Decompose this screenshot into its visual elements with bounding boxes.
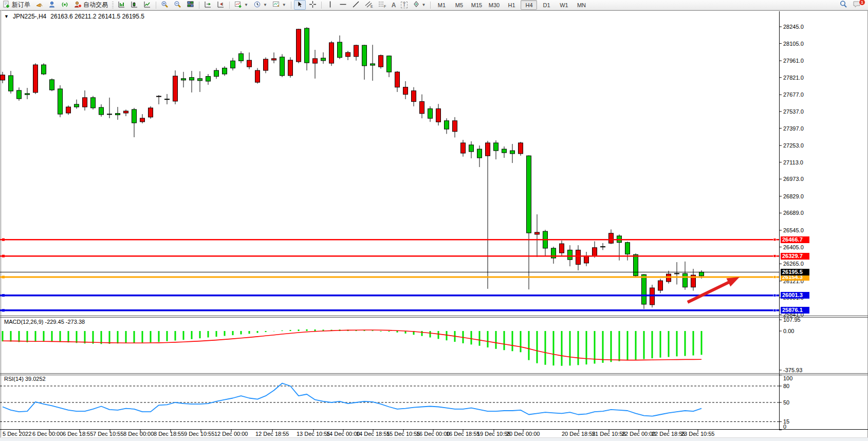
time-axis-label[interactable]: 12 Dec 18:55 — [255, 431, 289, 437]
autotrading-button[interactable]: 自动交易 — [72, 0, 110, 10]
time-axis-label[interactable]: 6 Dec 00:00 — [32, 431, 63, 437]
price-tick-label: 27821.0 — [783, 75, 804, 81]
candlestick-chart-button[interactable] — [128, 0, 140, 10]
chart-plot[interactable]: 28245.028105.027961.027821.027677.027537… — [0, 0, 868, 441]
line-handle[interactable] — [773, 255, 776, 258]
text-tool-button[interactable]: A — [390, 0, 398, 10]
price-tick-label: 27113.0 — [783, 159, 803, 166]
market-watch-button[interactable] — [46, 0, 58, 10]
signals-button[interactable] — [59, 0, 71, 10]
zoom-out-button[interactable] — [172, 0, 183, 10]
zoom-out-icon — [174, 1, 181, 10]
line-handle[interactable] — [2, 276, 5, 279]
time-axis-label[interactable]: 22 Dec 18:55 — [652, 431, 685, 437]
chart-shift-button[interactable] — [202, 0, 214, 10]
bar-chart-button[interactable] — [116, 0, 127, 10]
time-axis-label[interactable]: 12 Dec 00:00 — [214, 431, 248, 437]
timeframe-button-h4[interactable]: H4 — [521, 0, 537, 10]
price-tick-label: 27397.0 — [783, 125, 804, 132]
dropdown-caret-icon: ▼ — [422, 3, 426, 7]
rsi-tick-label: 80 — [783, 383, 789, 389]
line-handle[interactable] — [773, 294, 776, 297]
collapse-icon[interactable]: ▼ — [4, 14, 9, 19]
notification-badge: 1 — [859, 0, 865, 6]
time-axis-label[interactable]: 23 Dec 10:55 — [681, 431, 714, 437]
auto-scroll-button[interactable] — [215, 0, 227, 10]
horn-icon — [35, 1, 43, 10]
price-tag: 26329.7 — [781, 253, 809, 260]
time-axis-label[interactable]: 16 Dec 00:00 — [416, 431, 450, 437]
time-axis-label[interactable]: 15 Dec 10:55 — [386, 431, 420, 437]
symbol-header: ▼ JPN225-,H4 26163.6 26211.2 26141.5 261… — [4, 13, 144, 20]
dropdown-caret-icon: ▼ — [263, 3, 267, 7]
trendline-icon — [352, 1, 360, 10]
timeframe-button-m30[interactable]: M30 — [486, 0, 502, 10]
time-axis-label[interactable]: 16 Dec 18:55 — [446, 431, 479, 437]
line-handle[interactable] — [773, 238, 776, 241]
vertical-line-tool-button[interactable] — [324, 0, 336, 10]
line-handle[interactable] — [773, 309, 776, 311]
cursor-icon — [296, 1, 304, 10]
time-axis-label[interactable]: 20 Dec 18:55 — [562, 431, 595, 437]
equidistant-channel-tool-button[interactable]: E — [363, 0, 375, 10]
equidistant-channel-icon: E — [365, 1, 373, 10]
templates-button[interactable]: ▼ — [270, 0, 288, 10]
periods-button[interactable]: ▼ — [251, 0, 269, 10]
time-axis-label[interactable]: 21 Dec 10:55 — [592, 431, 625, 437]
person-icon — [48, 1, 56, 10]
new-order-button[interactable]: 新订单 — [1, 0, 32, 10]
time-axis-label[interactable]: 14 Dec 00:00 — [326, 431, 360, 437]
trendline-tool-button[interactable] — [350, 0, 362, 10]
timeframe-button-h1[interactable]: H1 — [503, 0, 520, 10]
community-button[interactable]: 1 — [851, 0, 863, 10]
toolbar-grip[interactable] — [112, 2, 114, 8]
timeframe-button-m5[interactable]: M5 — [451, 0, 467, 10]
time-axis-label[interactable]: 6 Dec 18:55 — [63, 431, 93, 437]
timeframe-button-m15[interactable]: M15 — [468, 0, 485, 10]
line-handle[interactable] — [2, 238, 5, 241]
auto-scroll-icon — [217, 1, 225, 10]
ohlc-values: 26163.6 26211.2 26141.5 26195.5 — [50, 13, 144, 20]
timeframe-button-m1[interactable]: M1 — [433, 0, 450, 10]
add-indicator-button[interactable]: ▼ — [232, 0, 250, 10]
line-handle[interactable] — [2, 309, 5, 311]
text-label-tool-button[interactable]: T — [399, 0, 409, 10]
time-axis-label[interactable]: 13 Dec 10:55 — [297, 431, 330, 437]
time-axis-label[interactable]: 8 Dec 00:00 — [123, 431, 154, 437]
line-handle[interactable] — [2, 255, 5, 258]
time-axis-label[interactable]: 9 Dec 10:55 — [184, 431, 214, 437]
time-axis-label[interactable]: 22 Dec 00:00 — [622, 431, 655, 437]
text-a-icon: A — [392, 2, 396, 9]
new-order-icon — [3, 1, 10, 10]
line-chart-button[interactable] — [141, 0, 153, 10]
price-tick-label: 27961.0 — [783, 58, 804, 64]
crosshair-tool-button[interactable] — [307, 0, 319, 10]
cursor-tool-button[interactable] — [294, 0, 306, 10]
arrows-tool-button[interactable]: ▼ — [411, 0, 428, 10]
macd-indicator-label: MACD(12,26,9) -229.45 -273.38 — [4, 319, 85, 325]
horizontal-line-icon — [339, 1, 347, 10]
line-chart-icon — [143, 1, 151, 10]
time-axis-label[interactable]: 19 Dec 10:55 — [477, 431, 510, 437]
line-handle[interactable] — [2, 294, 5, 297]
tile-windows-button[interactable] — [184, 0, 196, 10]
time-axis-label[interactable]: 8 Dec 18:55 — [154, 431, 184, 437]
timeframe-button-mn[interactable]: MN — [573, 0, 589, 10]
clock-icon — [253, 1, 261, 10]
fibonacci-tool-button[interactable]: F — [376, 0, 389, 10]
price-tick-label: 26973.0 — [783, 176, 804, 182]
timeframe-button-w1[interactable]: W1 — [556, 0, 572, 10]
alerts-button[interactable] — [33, 0, 45, 10]
time-axis-label[interactable]: 5 Dec 2022 — [3, 431, 31, 437]
search-button[interactable] — [837, 0, 849, 10]
timeframe-button-d1[interactable]: D1 — [538, 0, 555, 10]
line-handle[interactable] — [773, 276, 776, 279]
time-axis-label[interactable]: 14 Dec 18:55 — [356, 431, 390, 437]
time-axis-label[interactable]: 7 Dec 10:55 — [93, 431, 123, 437]
horizontal-line-tool-button[interactable] — [337, 0, 349, 10]
zoom-in-button[interactable] — [159, 0, 171, 10]
timeframe-group: M1M5M15M30H1H4D1W1MN — [433, 0, 590, 10]
time-axis-label[interactable]: 20 Dec 00:00 — [506, 431, 540, 437]
add-indicator-icon — [234, 1, 242, 10]
price-tick-label: 26405.0 — [783, 244, 804, 250]
